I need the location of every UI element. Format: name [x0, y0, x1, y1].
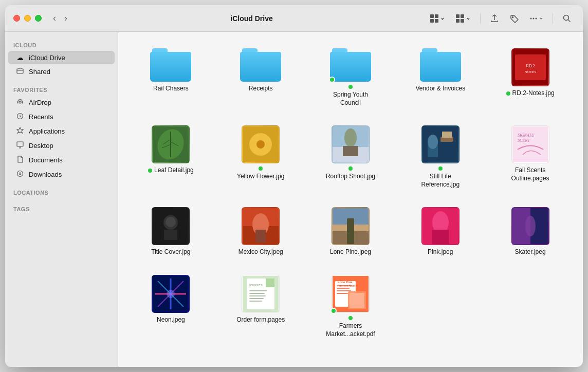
file-item-lone-pine[interactable]: Lone Pine.jpeg [308, 203, 393, 261]
svg-rect-76 [266, 278, 274, 287]
back-button[interactable]: ‹ [50, 12, 59, 25]
file-thumbnail: RD.2 NOTES [511, 48, 549, 86]
file-name: Spring Youth Council [325, 85, 376, 107]
file-item-fall-scents[interactable]: SIGNATU SCENT Fall Scents Outline.pages [488, 121, 573, 193]
file-item-still-life[interactable]: Still Life Reference.jpg [398, 121, 483, 193]
svg-rect-1 [435, 14, 438, 18]
folder-body [150, 52, 191, 82]
file-icon-wrapper [152, 207, 190, 245]
svg-point-30 [256, 140, 265, 148]
folder-icon-wrapper [330, 48, 371, 82]
sidebar-item-recents[interactable]: Recents [8, 110, 115, 124]
sync-dot [348, 85, 353, 89]
favorites-section-header: Favorites [5, 83, 118, 95]
file-name: Pink.jpeg [428, 248, 453, 256]
sidebar-item-downloads[interactable]: Downloads [8, 168, 115, 181]
file-name-text: Farmers Market...acket.pdf [325, 322, 376, 338]
file-name: Yellow Flower.jpg [235, 166, 286, 181]
recents-label: Recents [29, 113, 53, 121]
svg-point-11 [536, 17, 537, 19]
documents-icon [15, 156, 25, 164]
file-thumbnail [332, 207, 370, 245]
file-icon-wrapper: SIGNATU SCENT [511, 125, 549, 163]
folder-icon [330, 48, 371, 82]
svg-rect-55 [255, 230, 266, 243]
search-button[interactable] [559, 12, 575, 25]
sidebar: iCloud ☁ iCloud Drive Shared Favorites [5, 32, 118, 367]
sync-dot [348, 166, 353, 171]
file-icon-wrapper: Lone Pine Farmers Market [332, 275, 370, 313]
file-name-text: Still Life Reference.jpg [415, 173, 466, 189]
file-item-title-cover[interactable]: Title Cover.jpg [128, 203, 213, 261]
svg-text:RD.2: RD.2 [526, 64, 535, 68]
file-name: Rail Chasers [153, 85, 189, 93]
maximize-button[interactable] [35, 15, 42, 22]
file-item-rooftop-shoot[interactable]: Rooftop Shoot.jpg [308, 121, 393, 193]
folder-icon [150, 48, 191, 82]
desktop-label: Desktop [29, 142, 53, 150]
file-thumbnail [242, 125, 280, 163]
sidebar-item-airdrop[interactable]: AirDrop [8, 96, 115, 109]
more-button[interactable] [526, 12, 546, 25]
file-name: Farmers Market...acket.pdf [325, 316, 376, 338]
svg-rect-7 [461, 19, 464, 23]
forward-button[interactable]: › [61, 12, 70, 25]
file-item-rail-chasers[interactable]: Rail Chasers [128, 44, 213, 111]
main-content: Rail Chasers Receipts [118, 32, 583, 367]
file-item-order-form[interactable]: Invoices Order form.pages [218, 271, 303, 342]
svg-rect-87 [337, 290, 351, 291]
svg-point-37 [344, 128, 357, 147]
tag-button[interactable] [506, 12, 522, 25]
file-icon-wrapper [242, 125, 280, 163]
sidebar-item-applications[interactable]: Applications [8, 124, 115, 138]
file-icon-wrapper [332, 125, 370, 163]
file-name: Leaf Detail.jpg [148, 166, 194, 175]
group-view-button[interactable] [452, 12, 474, 25]
sidebar-item-desktop[interactable]: Desktop [8, 139, 115, 153]
svg-rect-0 [430, 14, 434, 18]
file-item-leaf-detail[interactable]: Leaf Detail.jpg [128, 121, 213, 193]
file-thumbnail [511, 207, 549, 245]
file-thumbnail [152, 207, 190, 245]
share-button[interactable] [487, 12, 502, 25]
file-item-neon[interactable]: Neon.jpeg [128, 271, 213, 342]
file-name: Rooftop Shoot.jpg [325, 166, 376, 181]
locations-section-header: Locations [5, 185, 118, 198]
file-item-pink[interactable]: Pink.jpeg [398, 203, 483, 261]
file-name-text: Lone Pine.jpeg [330, 248, 371, 256]
svg-point-41 [428, 135, 438, 149]
file-item-skater[interactable]: Skater.jpeg [488, 203, 573, 261]
sidebar-item-documents[interactable]: Documents [8, 153, 115, 167]
file-name-text: Receipts [249, 85, 273, 93]
grid-view-button[interactable] [427, 12, 448, 25]
file-item-spring-youth[interactable]: Spring Youth Council [308, 44, 393, 111]
file-name-text: Fall Scents Outline.pages [505, 166, 556, 182]
svg-text:Invoices: Invoices [249, 283, 263, 287]
svg-rect-50 [164, 230, 177, 240]
file-name: Neon.jpeg [157, 316, 185, 324]
icloud-drive-icon: ☁ [15, 53, 25, 62]
file-icon-wrapper: Invoices [242, 275, 280, 313]
file-item-receipts[interactable]: Receipts [218, 44, 303, 111]
close-button[interactable] [13, 15, 20, 22]
icloud-drive-label: iCloud Drive [29, 54, 65, 62]
file-name: Lone Pine.jpeg [330, 248, 371, 256]
window-title: iCloud Drive [77, 14, 427, 23]
file-item-farmers-market[interactable]: Lone Pine Farmers Market Farmers Market.… [308, 271, 393, 342]
folder-icon-wrapper [420, 48, 461, 82]
file-name: Vendor & Invoices [415, 85, 465, 93]
sidebar-item-icloud-drive[interactable]: ☁ iCloud Drive [8, 51, 115, 64]
svg-rect-3 [435, 19, 438, 23]
minimize-button[interactable] [24, 15, 31, 22]
file-item-mexico-city[interactable]: Mexico City.jpeg [218, 203, 303, 261]
svg-point-32 [258, 149, 264, 155]
sidebar-item-shared[interactable]: Shared [8, 65, 115, 79]
file-item-yellow-flower[interactable]: Yellow Flower.jpg [218, 121, 303, 193]
file-item-vendor-invoices[interactable]: Vendor & Invoices [398, 44, 483, 111]
folder-body [240, 52, 281, 82]
airdrop-label: AirDrop [29, 99, 51, 106]
folder-icon [240, 48, 281, 82]
file-item-rd-notes[interactable]: RD.2 NOTES RD.2-Notes.jpg [488, 44, 573, 111]
file-name-text: Yellow Flower.jpg [237, 173, 284, 181]
file-icon-wrapper [421, 125, 460, 163]
